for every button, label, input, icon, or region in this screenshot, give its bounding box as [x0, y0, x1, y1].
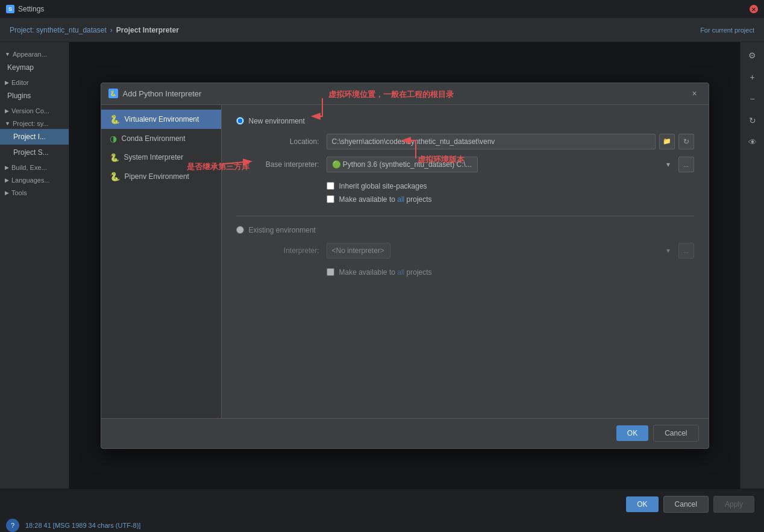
- location-input-wrapper: 📁 ↻: [327, 134, 694, 149]
- location-refresh-button[interactable]: ↻: [678, 134, 694, 149]
- window-controls[interactable]: ×: [750, 5, 758, 13]
- make-available-checkbox1[interactable]: [327, 195, 334, 203]
- breadcrumb-separator: ›: [110, 26, 113, 34]
- gear-button[interactable]: ⚙: [744, 47, 761, 64]
- ok-button[interactable]: OK: [626, 496, 658, 512]
- dialog-sidebar-item-virtualenv[interactable]: 🐍 Virtualenv Environment: [101, 110, 221, 129]
- interpreter-select-wrapper: <No interpreter>: [327, 243, 675, 258]
- conda-icon: ◑: [110, 134, 117, 143]
- sidebar: ▼ Appearan... Keymap ▶ Editor Plugins ▶ …: [0, 42, 69, 489]
- dialog-content: New environment Location: 📁 ↻: [222, 105, 709, 418]
- sidebar-label-project-structure: Project S...: [13, 148, 49, 157]
- app-icon: S: [6, 5, 14, 13]
- location-row: Location: 📁 ↻: [236, 134, 694, 149]
- all-projects-link1[interactable]: all: [397, 195, 404, 204]
- dialog-sidebar-label-sysinterpreter: System Interpreter: [124, 153, 184, 161]
- section-divider: [236, 216, 694, 216]
- sidebar-item-appearance[interactable]: ▼ Appearan...: [0, 47, 69, 60]
- breadcrumb-note: For current project: [700, 27, 754, 34]
- make-available-row1[interactable]: Make available to all projects: [236, 193, 694, 206]
- sidebar-label-appearance: Appearan...: [13, 51, 47, 58]
- bottom-action-bar: OK Cancel Apply: [0, 489, 764, 519]
- sidebar-item-build[interactable]: ▶ Build, Exe...: [0, 160, 69, 173]
- location-label: Location:: [248, 137, 327, 146]
- title-bar: S Settings ×: [0, 0, 764, 18]
- eye-button[interactable]: 👁: [744, 134, 761, 151]
- existing-environment-radio[interactable]: [236, 226, 244, 234]
- interpreter-input-wrapper: <No interpreter> ...: [327, 243, 694, 258]
- sidebar-item-keymap[interactable]: Keymap: [0, 60, 69, 75]
- dialog-footer: OK Cancel: [101, 418, 709, 448]
- dialog-cancel-button[interactable]: Cancel: [653, 425, 698, 442]
- sidebar-label-languages: Languages...: [11, 177, 50, 184]
- make-available-row2[interactable]: Make available to all projects: [236, 266, 694, 279]
- right-panel: ⚙ + − ↻ 👁: [740, 42, 764, 489]
- dialog-sidebar-label-virtualenv: Virtualenv Environment: [125, 115, 199, 124]
- dialog-sidebar-item-sysinterpreter[interactable]: 🐍 System Interpreter: [101, 148, 221, 167]
- base-interpreter-label: Base interpreter:: [248, 160, 327, 169]
- dialog-title: 🐍 Add Python Interpreter: [108, 89, 202, 98]
- interpreter-select[interactable]: <No interpreter>: [327, 243, 390, 258]
- inherit-packages-checkbox[interactable]: [327, 182, 334, 190]
- sidebar-item-project-structure[interactable]: Project S...: [0, 145, 69, 160]
- plus-button[interactable]: +: [744, 69, 761, 86]
- chevron-down-icon: ▼: [5, 51, 10, 57]
- base-interpreter-select[interactable]: 🟢 Python 3.6 (synthetic_ntu_dataset) C:\…: [327, 157, 478, 172]
- dialog-sidebar-item-pipenv[interactable]: 🐍 Pipenv Environment: [101, 167, 221, 186]
- inherit-packages-row[interactable]: Inherit global site-packages: [236, 180, 694, 193]
- make-available-checkbox2[interactable]: [327, 268, 334, 276]
- dialog-ok-button[interactable]: OK: [616, 425, 648, 441]
- sidebar-item-versioncontrol[interactable]: ▶ Version Co...: [0, 104, 69, 116]
- interpreter-more-button[interactable]: ...: [678, 243, 694, 258]
- sidebar-label-tools: Tools: [11, 189, 27, 196]
- chevron-right-icon4: ▶: [5, 177, 9, 183]
- help-button[interactable]: ?: [6, 519, 19, 532]
- status-bar: ? 18:28 41 [MSG 1989 34 chars (UTF-8)]: [0, 519, 764, 532]
- modal-overlay: 🐍 Add Python Interpreter × 🐍 Virtualenv …: [69, 42, 740, 489]
- dialog-body: 🐍 Virtualenv Environment ◑ Conda Environ…: [101, 105, 709, 418]
- base-interpreter-more-button[interactable]: ...: [678, 157, 694, 172]
- location-input[interactable]: [327, 134, 656, 149]
- sidebar-label-project-interpreter: Project I...: [13, 133, 46, 141]
- dialog-sidebar: 🐍 Virtualenv Environment ◑ Conda Environ…: [101, 105, 222, 418]
- status-text: 18:28 41 [MSG 1989 34 chars (UTF-8)]: [25, 522, 140, 529]
- sidebar-item-languages[interactable]: ▶ Languages...: [0, 173, 69, 186]
- all-projects-link2[interactable]: all: [397, 268, 404, 277]
- dialog-title-text: Add Python Interpreter: [123, 89, 202, 98]
- sidebar-item-project-interpreter[interactable]: Project I...: [0, 129, 69, 145]
- new-environment-radio-label[interactable]: New environment: [236, 117, 694, 125]
- add-python-interpreter-dialog: 🐍 Add Python Interpreter × 🐍 Virtualenv …: [101, 83, 709, 449]
- virtualenv-icon: 🐍: [110, 114, 120, 124]
- title-bar-left: S Settings: [6, 5, 44, 13]
- dialog-title-bar: 🐍 Add Python Interpreter ×: [101, 83, 709, 105]
- make-available-label2: Make available to all projects: [339, 268, 432, 277]
- sidebar-label-versioncontrol: Version Co...: [11, 107, 49, 114]
- new-environment-radio[interactable]: [236, 117, 244, 125]
- sidebar-item-project[interactable]: ▼ Project: sy...: [0, 116, 69, 129]
- sidebar-label-project: Project: sy...: [13, 120, 49, 127]
- sidebar-item-plugins[interactable]: Plugins: [0, 88, 69, 104]
- chevron-right-icon5: ▶: [5, 190, 9, 196]
- chevron-down-icon2: ▼: [5, 120, 10, 127]
- apply-button[interactable]: Apply: [713, 496, 754, 513]
- sidebar-item-tools[interactable]: ▶ Tools: [0, 186, 69, 198]
- chevron-right-icon3: ▶: [5, 164, 9, 171]
- cancel-button[interactable]: Cancel: [663, 496, 709, 513]
- window-title: Settings: [18, 5, 44, 13]
- dialog-sidebar-item-conda[interactable]: ◑ Conda Environment: [101, 129, 221, 148]
- dialog-sidebar-label-conda: Conda Environment: [122, 134, 186, 143]
- minus-button[interactable]: −: [744, 90, 761, 107]
- dialog-sidebar-label-pipenv: Pipenv Environment: [125, 172, 189, 181]
- chevron-right-icon2: ▶: [5, 108, 9, 114]
- dialog-icon: 🐍: [108, 89, 118, 98]
- sysinterpreter-icon: 🐍: [110, 153, 119, 162]
- interpreter-label: Interpreter:: [248, 246, 327, 255]
- dialog-close-button[interactable]: ×: [688, 87, 701, 100]
- sidebar-label-plugins: Plugins: [7, 92, 31, 100]
- location-browse-button[interactable]: 📁: [659, 134, 675, 149]
- sync-button[interactable]: ↻: [744, 112, 761, 129]
- sidebar-item-editor[interactable]: ▶ Editor: [0, 75, 69, 88]
- window-close-button[interactable]: ×: [750, 5, 758, 13]
- new-environment-section: New environment Location: 📁 ↻: [236, 117, 694, 206]
- existing-environment-radio-label[interactable]: Existing environment: [236, 226, 694, 234]
